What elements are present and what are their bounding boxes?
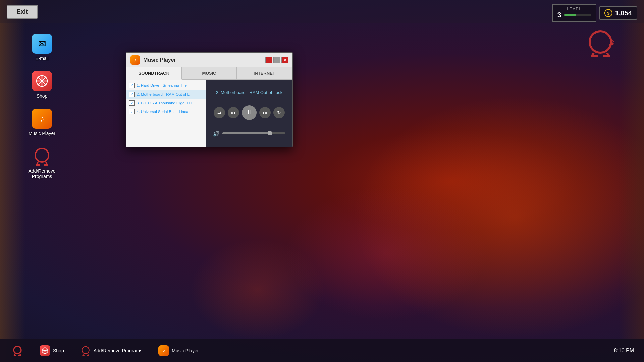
level-progress-bar	[564, 14, 591, 16]
window-music-icon: ♪	[130, 55, 140, 65]
player-controls: ⇄ ⏮ ⏸ ⏭ ↻	[214, 105, 285, 120]
level-label: LEVEL	[567, 7, 582, 11]
player-content: ✓ 1. Hard Drive - Smearing Ther ✓ 2. Mot…	[126, 80, 292, 147]
desktop-icon-music-player[interactable]: ♪ Music Player	[27, 109, 57, 136]
taskbar-item-music-player[interactable]: ♪ Music Player	[154, 343, 203, 358]
playlist-panel: ✓ 1. Hard Drive - Smearing Ther ✓ 2. Mot…	[126, 80, 206, 147]
volume-icon: 🔊	[213, 130, 220, 137]
level-progress-fill	[564, 14, 576, 16]
taskbar: s Shop	[0, 339, 644, 362]
taskbar-music-icon: ♪	[158, 345, 169, 356]
svg-point-0	[590, 31, 611, 53]
desktop-icon-addremove[interactable]: Add/Remove Programs	[27, 146, 57, 179]
playlist-item-text-4: 4. Universal Serial Bus - Linear	[137, 110, 190, 114]
next-button[interactable]: ⏭	[259, 107, 271, 118]
desktop-icon-shop[interactable]: Shop	[27, 71, 57, 99]
music-player-icon-label: Music Player	[29, 131, 55, 136]
playlist-item-3[interactable]: ✓ 3. C.P.U. - A Thousand GigaFLO	[126, 99, 206, 107]
playlist-item-text-2: 2. Motherboard - RAM Out of L	[137, 92, 190, 96]
taskbar-shop-icon	[40, 345, 50, 356]
omega-logo: s	[584, 27, 617, 65]
window-maximize-button[interactable]	[273, 57, 280, 63]
money-amount: 1,054	[615, 9, 632, 17]
taskbar-addremove-icon	[80, 345, 91, 356]
money-icon: $	[604, 9, 612, 17]
level-section: LEVEL 3	[552, 4, 596, 22]
taskbar-omega[interactable]: s	[7, 343, 28, 359]
volume-row: 🔊	[210, 130, 289, 137]
playlist-item-text-3: 3. C.P.U. - A Thousand GigaFLO	[137, 101, 192, 105]
svg-text:s: s	[609, 37, 614, 47]
tab-music[interactable]: MUSIC	[182, 67, 237, 79]
shop-icon	[32, 71, 52, 91]
exit-button[interactable]: Exit	[7, 5, 38, 19]
music-player-window: ♪ Music Player ✕ SOUNDTRACK MUSIC INTERN…	[126, 52, 293, 147]
svg-text:s: s	[20, 348, 23, 353]
level-number: 3	[557, 11, 561, 19]
left-edge-decoration	[0, 0, 25, 362]
svg-point-17	[14, 346, 21, 354]
taskbar-item-addremove[interactable]: Add/Remove Programs	[75, 343, 147, 358]
email-icon: ✉	[32, 34, 52, 54]
playlist-checkbox-1[interactable]: ✓	[129, 83, 135, 88]
addremove-icon	[32, 146, 52, 166]
playlist-item-text-1: 1. Hard Drive - Smearing Ther	[137, 83, 188, 87]
repeat-button[interactable]: ↻	[273, 107, 285, 118]
tab-internet[interactable]: INTERNET	[237, 67, 292, 79]
window-controls: ✕	[265, 57, 288, 63]
tab-soundtrack[interactable]: SOUNDTRACK	[126, 67, 182, 80]
nowplaying-panel: 2. Motherboard - RAM Out of Luck ⇄ ⏮ ⏸ ⏭…	[206, 80, 292, 147]
taskbar-addremove-label: Add/Remove Programs	[94, 348, 143, 353]
playlist-checkbox-3[interactable]: ✓	[129, 100, 135, 106]
level-money-bar: LEVEL 3 $ 1,054	[552, 4, 637, 22]
topbar: Exit LEVEL 3 $ 1,054	[0, 0, 644, 23]
desktop-icons: ✉ E-mail Shop ♪ Music Player	[27, 34, 57, 179]
addremove-icon-label: Add/Remove Programs	[29, 168, 56, 179]
now-playing-track: 2. Motherboard - RAM Out of Luck	[214, 90, 284, 95]
playlist-checkbox-2[interactable]: ✓	[129, 92, 135, 97]
desktop: Exit LEVEL 3 $ 1,054	[0, 0, 644, 362]
svg-point-29	[82, 346, 89, 353]
playlist-item-2[interactable]: ✓ 2. Motherboard - RAM Out of L	[126, 90, 206, 99]
svg-point-12	[35, 148, 49, 162]
taskbar-omega-icon: s	[11, 345, 23, 357]
pause-button[interactable]: ⏸	[242, 105, 257, 120]
right-edge-decoration	[619, 0, 644, 362]
volume-handle	[268, 131, 272, 135]
taskbar-shop-label: Shop	[53, 348, 64, 353]
volume-fill	[222, 132, 270, 134]
window-minimize-button[interactable]	[265, 57, 272, 63]
window-titlebar: ♪ Music Player ✕	[126, 53, 292, 67]
email-icon-label: E-mail	[35, 56, 49, 61]
prev-button[interactable]: ⏮	[228, 107, 239, 118]
window-close-button[interactable]: ✕	[281, 57, 288, 63]
music-player-icon: ♪	[32, 109, 52, 129]
shuffle-button[interactable]: ⇄	[214, 107, 225, 118]
shop-icon-label: Shop	[37, 93, 48, 99]
taskbar-item-shop[interactable]: Shop	[35, 343, 69, 358]
window-title: Music Player	[143, 57, 262, 63]
desktop-icon-email[interactable]: ✉ E-mail	[27, 34, 57, 61]
level-number-row: 3	[557, 11, 591, 19]
playlist-item-1[interactable]: ✓ 1. Hard Drive - Smearing Ther	[126, 81, 206, 90]
taskbar-clock: 8:10 PM	[614, 348, 634, 354]
money-section: $ 1,054	[599, 6, 637, 20]
taskbar-music-label: Music Player	[172, 348, 199, 353]
playlist-checkbox-4[interactable]: ✓	[129, 109, 135, 114]
player-tabs: SOUNDTRACK MUSIC INTERNET	[126, 67, 292, 80]
volume-slider[interactable]	[222, 132, 285, 134]
playlist-item-4[interactable]: ✓ 4. Universal Serial Bus - Linear	[126, 107, 206, 116]
